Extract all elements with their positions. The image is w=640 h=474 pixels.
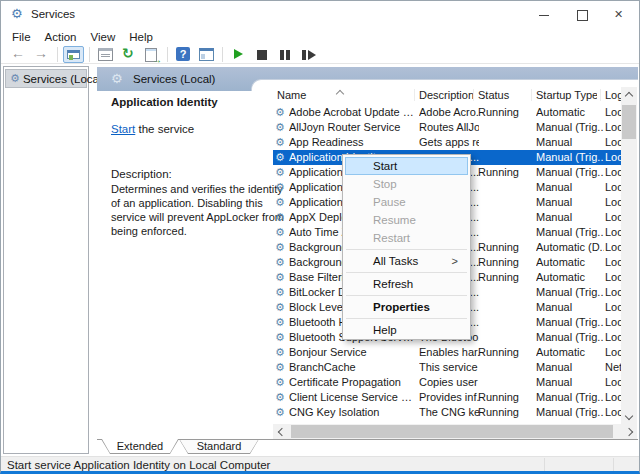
menu-item-label: Start <box>373 160 397 172</box>
cell: Gets apps re... <box>419 135 479 150</box>
scroll-right-button[interactable] <box>622 424 637 439</box>
context-menu-item-help[interactable]: Help <box>345 321 468 339</box>
chevron-down-icon <box>625 412 633 420</box>
menu-help[interactable]: Help <box>122 30 160 44</box>
service-action-line: Start the service <box>111 123 281 135</box>
horizontal-scrollbar[interactable] <box>273 424 637 439</box>
cell: Manual (Trig... <box>536 315 604 330</box>
maximize-button[interactable] <box>563 1 601 27</box>
service-gear-icon <box>275 135 285 150</box>
pause-service-icon[interactable] <box>274 46 295 63</box>
menu-action[interactable]: Action <box>38 30 84 44</box>
service-row-bonjour-service[interactable]: Bonjour ServiceEnables har...RunningAuto… <box>273 345 637 360</box>
context-menu-item-resume: Resume <box>345 211 468 229</box>
menu-item-label: Stop <box>373 178 397 190</box>
service-gear-icon <box>275 210 285 225</box>
menu-item-label: Resume <box>373 214 416 226</box>
context-menu-item-refresh[interactable]: Refresh <box>345 275 468 293</box>
cell: Manual <box>536 210 604 225</box>
export-list-icon[interactable] <box>141 46 162 63</box>
horizontal-scrollbar-thumb[interactable] <box>291 425 613 438</box>
toolbar-separator <box>57 47 58 62</box>
cell: AllJoyn Router Service <box>289 120 415 135</box>
context-menu-item-pause: Pause <box>345 193 468 211</box>
service-gear-icon <box>275 120 285 135</box>
menu-item-label: Restart <box>373 232 410 244</box>
cell: Manual <box>536 180 604 195</box>
menu-item-label: Help <box>373 324 397 336</box>
status-separator <box>544 458 545 471</box>
minimize-button[interactable] <box>525 1 563 27</box>
title-bar: Services <box>1 1 639 28</box>
toolbar <box>1 45 639 64</box>
cell: Adobe Acro... <box>419 105 479 120</box>
menu-file[interactable]: File <box>5 30 38 44</box>
cell: Bonjour Service <box>289 345 415 360</box>
service-row-client-license-service-clipsvc[interactable]: Client License Service (ClipSVC)Provides… <box>273 390 637 405</box>
help-icon[interactable] <box>173 46 194 63</box>
cell: Copies user ... <box>419 375 479 390</box>
menu-bar: FileActionViewHelp <box>1 28 639 45</box>
window-title: Services <box>31 8 75 20</box>
vertical-scrollbar-thumb[interactable] <box>622 105 636 139</box>
forward-icon[interactable] <box>31 46 52 63</box>
service-gear-icon <box>275 330 285 345</box>
cell: Manual (Trig... <box>536 225 604 240</box>
service-row-cng-key-isolation[interactable]: CNG Key IsolationThe CNG ke...RunningMan… <box>273 405 637 420</box>
context-menu-item-all-tasks[interactable]: All Tasks> <box>345 252 468 270</box>
tab-extended[interactable]: Extended <box>101 439 179 454</box>
service-gear-icon <box>275 270 285 285</box>
service-gear-icon <box>275 345 285 360</box>
column-header-status[interactable]: Status <box>473 89 527 101</box>
services-gear-icon <box>11 6 23 21</box>
column-header-name[interactable]: Name <box>277 89 405 101</box>
toolbar-separator <box>89 47 90 62</box>
tab-strip: ExtendedStandard <box>97 439 638 455</box>
stop-service-icon[interactable] <box>251 46 272 63</box>
cell: The CNG ke... <box>419 405 479 420</box>
restart-service-icon[interactable] <box>297 46 318 63</box>
start-service-icon[interactable] <box>228 46 249 63</box>
scroll-up-button[interactable] <box>621 87 637 102</box>
tab-standard[interactable]: Standard <box>179 439 259 454</box>
service-row-adobe-acrobat-update-service[interactable]: Adobe Acrobat Update ServiceAdobe Acro..… <box>273 105 637 120</box>
extended-view-icon[interactable] <box>196 46 217 63</box>
description-line: of an application. Disabling this <box>111 196 286 210</box>
back-icon[interactable] <box>8 46 29 63</box>
menu-view[interactable]: View <box>84 30 123 44</box>
service-gear-icon <box>275 360 285 375</box>
vertical-scrollbar[interactable] <box>621 87 637 424</box>
status-bar: Start service Application Identity on Lo… <box>1 456 639 472</box>
close-button[interactable] <box>601 1 639 27</box>
cell: Manual <box>536 195 604 210</box>
service-row-branchcache[interactable]: BranchCacheThis service ...ManualNet <box>273 360 637 375</box>
services-window: Services FileActionViewHelp Services (Lo… <box>0 0 640 474</box>
service-row-alljoyn-router-service[interactable]: AllJoyn Router ServiceRoutes AllJo...Man… <box>273 120 637 135</box>
service-gear-icon <box>275 405 285 420</box>
service-gear-icon <box>275 195 285 210</box>
sidebar-item-services-local[interactable]: Services (Local) <box>5 69 87 88</box>
column-header-startup-type[interactable]: Startup Type <box>531 89 597 101</box>
cell: Automatic <box>536 345 604 360</box>
cell: This service ... <box>419 360 479 375</box>
scroll-left-button[interactable] <box>273 424 288 439</box>
status-separator <box>613 458 614 471</box>
menu-separator <box>346 249 467 250</box>
service-row-app-readiness[interactable]: App ReadinessGets apps re...ManualLoc <box>273 135 637 150</box>
properties-icon[interactable] <box>95 46 116 63</box>
cell: Routes AllJo... <box>419 120 479 135</box>
refresh-icon[interactable] <box>118 46 139 63</box>
start-service-link[interactable]: Start <box>111 123 135 135</box>
context-menu-item-properties[interactable]: Properties <box>345 298 468 316</box>
toolbar-separator <box>222 47 223 62</box>
context-menu-item-start[interactable]: Start <box>345 157 468 175</box>
cell: Manual (Trig... <box>536 405 604 420</box>
scroll-down-button[interactable] <box>621 409 637 424</box>
cell: Manual (Trig... <box>536 150 604 165</box>
service-row-certificate-propagation[interactable]: Certificate PropagationCopies user ...Ma… <box>273 375 637 390</box>
service-gear-icon <box>275 225 285 240</box>
tab-label: Extended <box>117 440 163 452</box>
show-console-tree-icon[interactable] <box>63 46 84 63</box>
tab-face: Standard <box>180 440 258 453</box>
column-header-description[interactable]: Description <box>414 89 474 101</box>
